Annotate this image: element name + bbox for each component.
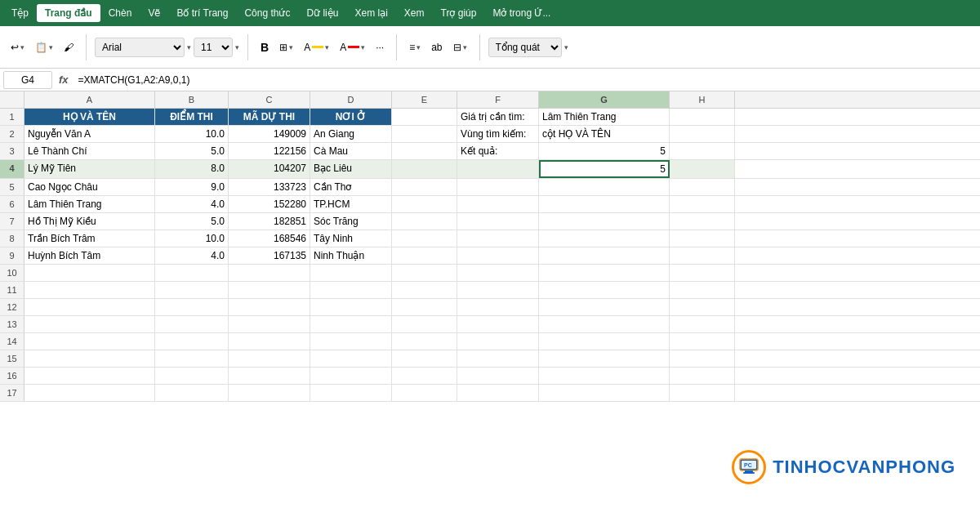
- cell-f9[interactable]: [457, 247, 539, 264]
- cell-a9[interactable]: Huỳnh Bích Tâm: [24, 247, 155, 264]
- cell-c16[interactable]: [229, 368, 310, 384]
- cell-c14[interactable]: [229, 333, 310, 350]
- menu-cong-thuc[interactable]: Công thức: [236, 4, 298, 22]
- cell-d5[interactable]: Cần Thơ: [310, 179, 392, 195]
- cell-d7[interactable]: Sóc Trăng: [310, 213, 392, 230]
- cell-c17[interactable]: [229, 385, 310, 401]
- formula-input[interactable]: [75, 73, 977, 87]
- cell-f14[interactable]: [457, 333, 539, 350]
- menu-chen[interactable]: Chèn: [100, 4, 140, 22]
- cell-b11[interactable]: [155, 282, 229, 298]
- col-header-e[interactable]: E: [392, 91, 457, 108]
- cell-d14[interactable]: [310, 333, 392, 350]
- cell-c5[interactable]: 133723: [229, 179, 310, 195]
- row-num-5[interactable]: 5: [0, 179, 24, 195]
- cell-f7[interactable]: [457, 213, 539, 230]
- wrap-text-button[interactable]: ab: [427, 36, 446, 59]
- cell-g15[interactable]: [539, 350, 670, 367]
- cell-f6[interactable]: [457, 196, 539, 212]
- row-num-17[interactable]: 17: [0, 385, 24, 401]
- more-button[interactable]: ···: [372, 36, 388, 59]
- format-painter-button[interactable]: 🖌: [60, 36, 78, 59]
- cell-d10[interactable]: [310, 265, 392, 281]
- cell-a16[interactable]: [24, 368, 155, 384]
- cell-h13[interactable]: [670, 316, 735, 332]
- cell-g17[interactable]: [539, 385, 670, 401]
- cell-a13[interactable]: [24, 316, 155, 332]
- menu-xem[interactable]: Xem: [396, 4, 433, 22]
- cell-d17[interactable]: [310, 385, 392, 401]
- cell-a17[interactable]: [24, 385, 155, 401]
- cell-b16[interactable]: [155, 368, 229, 384]
- menu-mo-trong[interactable]: Mở trong Ứ...: [484, 4, 559, 22]
- cell-f5[interactable]: [457, 179, 539, 195]
- cell-g2[interactable]: cột HỌ VÀ TÊN: [539, 126, 670, 142]
- cell-b3[interactable]: 5.0: [155, 143, 229, 159]
- cell-h10[interactable]: [670, 265, 735, 281]
- cell-d3[interactable]: Cà Mau: [310, 143, 392, 159]
- row-num-3[interactable]: 3: [0, 143, 24, 159]
- cell-h3[interactable]: [670, 143, 735, 159]
- cell-e3[interactable]: [392, 143, 457, 159]
- cell-b10[interactable]: [155, 265, 229, 281]
- cell-e10[interactable]: [392, 265, 457, 281]
- cell-g5[interactable]: [539, 179, 670, 195]
- cell-c3[interactable]: 122156: [229, 143, 310, 159]
- cell-c4[interactable]: 104207: [229, 160, 310, 178]
- cell-c8[interactable]: 168546: [229, 230, 310, 247]
- cell-d16[interactable]: [310, 368, 392, 384]
- row-num-11[interactable]: 11: [0, 282, 24, 298]
- cell-b4[interactable]: 8.0: [155, 160, 229, 178]
- cell-d11[interactable]: [310, 282, 392, 298]
- cell-b1[interactable]: ĐIỂM THI: [155, 109, 229, 125]
- cell-g11[interactable]: [539, 282, 670, 298]
- cell-d1[interactable]: NƠI Ở: [310, 109, 392, 125]
- cell-b6[interactable]: 4.0: [155, 196, 229, 212]
- cell-a1[interactable]: HỌ VÀ TÊN: [24, 109, 155, 125]
- col-header-a[interactable]: A: [24, 91, 155, 108]
- font-color-button[interactable]: A ▾: [336, 36, 369, 59]
- clipboard-button[interactable]: 📋 ▾: [31, 36, 57, 59]
- menu-tep[interactable]: Tệp: [3, 4, 37, 22]
- cell-e2[interactable]: [392, 126, 457, 142]
- cell-g4[interactable]: 5: [539, 160, 670, 178]
- cell-a14[interactable]: [24, 333, 155, 350]
- cell-f10[interactable]: [457, 265, 539, 281]
- menu-xem-lai[interactable]: Xem lại: [346, 4, 395, 22]
- cell-h17[interactable]: [670, 385, 735, 401]
- cell-e9[interactable]: [392, 247, 457, 264]
- number-format-select[interactable]: Tổng quát: [488, 38, 562, 57]
- cell-b9[interactable]: 4.0: [155, 247, 229, 264]
- cell-h12[interactable]: [670, 299, 735, 315]
- cell-f8[interactable]: [457, 230, 539, 247]
- cell-h7[interactable]: [670, 213, 735, 230]
- cell-h6[interactable]: [670, 196, 735, 212]
- col-header-b[interactable]: B: [155, 91, 229, 108]
- cell-a5[interactable]: Cao Ngọc Châu: [24, 179, 155, 195]
- cell-c6[interactable]: 152280: [229, 196, 310, 212]
- row-num-16[interactable]: 16: [0, 368, 24, 384]
- cell-b8[interactable]: 10.0: [155, 230, 229, 247]
- cell-h15[interactable]: [670, 350, 735, 367]
- cell-b15[interactable]: [155, 350, 229, 367]
- cell-g16[interactable]: [539, 368, 670, 384]
- cell-g10[interactable]: [539, 265, 670, 281]
- col-header-g[interactable]: G: [539, 91, 670, 108]
- merge-button[interactable]: ⊟ ▾: [449, 36, 471, 59]
- menu-bo-tri-trang[interactable]: Bố trí Trang: [168, 4, 236, 22]
- row-num-7[interactable]: 7: [0, 213, 24, 230]
- cell-h9[interactable]: [670, 247, 735, 264]
- cell-a8[interactable]: Trần Bích Trâm: [24, 230, 155, 247]
- cell-e4[interactable]: [392, 160, 457, 178]
- cell-a12[interactable]: [24, 299, 155, 315]
- cell-c10[interactable]: [229, 265, 310, 281]
- cell-a15[interactable]: [24, 350, 155, 367]
- row-num-4[interactable]: 4: [0, 160, 24, 178]
- cell-c12[interactable]: [229, 299, 310, 315]
- cell-f2[interactable]: Vùng tìm kiếm:: [457, 126, 539, 142]
- cell-c7[interactable]: 182851: [229, 213, 310, 230]
- cell-b13[interactable]: [155, 316, 229, 332]
- cell-a11[interactable]: [24, 282, 155, 298]
- cell-b5[interactable]: 9.0: [155, 179, 229, 195]
- cell-c11[interactable]: [229, 282, 310, 298]
